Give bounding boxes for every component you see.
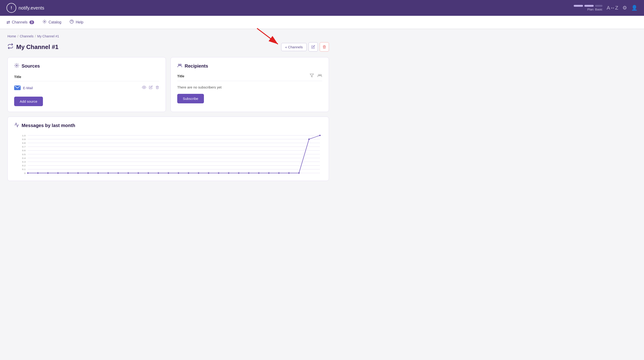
main-nav: ⇄ Channels 3 Catalog Help [0, 16, 644, 29]
breadcrumb-current: My Channel #1 [37, 34, 59, 38]
view-source-icon[interactable] [142, 86, 146, 90]
nav-help-label: Help [76, 20, 83, 24]
cards-row: Sources Title E-Mail [8, 57, 329, 112]
svg-text:0.9: 0.9 [22, 138, 26, 140]
svg-point-40 [77, 172, 79, 173]
recipients-filter-icons [310, 73, 322, 79]
nav-channels[interactable]: ⇄ Channels 3 [6, 19, 34, 26]
svg-point-41 [88, 172, 89, 173]
svg-point-58 [258, 172, 260, 173]
plan-bar-2 [584, 5, 594, 7]
back-to-channels-button[interactable]: « Channels [281, 43, 307, 51]
channel-icon [8, 43, 14, 51]
svg-point-55 [228, 172, 230, 173]
email-source-icon [14, 85, 21, 90]
svg-text:0.5: 0.5 [22, 153, 26, 156]
svg-point-39 [67, 172, 69, 173]
svg-text:0.3: 0.3 [22, 160, 26, 163]
plan-label: Plan: Basic [588, 8, 602, 11]
delete-channel-button[interactable] [320, 42, 329, 52]
settings-icon[interactable]: ⚙ [622, 5, 627, 11]
edit-source-icon[interactable] [149, 85, 153, 90]
recipients-icon [177, 63, 182, 69]
logo-area: ! notify.events [6, 3, 44, 13]
svg-point-62 [298, 172, 300, 173]
svg-text:0.6: 0.6 [22, 149, 26, 152]
chart-svg: 1.0 0.9 0.8 0.7 0.6 0.5 0.4 0.3 0.2 0.1 … [14, 133, 322, 175]
source-label: E-Mail [23, 86, 33, 90]
svg-point-64 [319, 135, 320, 136]
breadcrumb-home[interactable]: Home [8, 34, 16, 38]
nav-help[interactable]: Help [70, 19, 83, 26]
breadcrumb-channels[interactable]: Channels [20, 34, 34, 38]
svg-text:0.7: 0.7 [22, 146, 26, 148]
sources-table-header: Title [14, 73, 159, 81]
add-source-button[interactable]: Add source [14, 97, 43, 106]
edit-channel-button[interactable] [308, 42, 318, 52]
app-header: ! notify.events Plan: Basic A↔Z ⚙ 👤 [0, 0, 644, 16]
svg-point-36 [37, 172, 38, 173]
plan-area: Plan: Basic [574, 5, 602, 11]
group-icon[interactable] [317, 73, 322, 79]
profile-icon[interactable]: 👤 [631, 5, 638, 11]
breadcrumb-sep-1: / [18, 34, 18, 38]
svg-text:1.0: 1.0 [22, 134, 26, 137]
page-title-row: My Channel #1 « Channels [8, 42, 329, 52]
svg-point-44 [118, 172, 119, 173]
svg-point-52 [198, 172, 199, 173]
svg-point-49 [168, 172, 169, 173]
breadcrumb: Home / Channels / My Channel #1 [8, 34, 329, 38]
title-actions: « Channels [281, 42, 329, 52]
channels-badge: 3 [30, 21, 34, 24]
svg-point-54 [218, 172, 219, 173]
svg-point-46 [138, 172, 139, 173]
chart-card: Messages by last month 1.0 0.9 0.8 [8, 117, 329, 181]
svg-text:0.4: 0.4 [22, 157, 26, 159]
sources-title: Sources [14, 63, 159, 69]
plan-bar-3 [595, 5, 602, 7]
svg-point-57 [248, 172, 250, 173]
svg-text:0.8: 0.8 [22, 142, 26, 144]
svg-point-47 [148, 172, 149, 173]
filter-icon[interactable] [310, 73, 314, 79]
delete-source-icon[interactable] [156, 85, 159, 90]
page-title: My Channel #1 [8, 43, 58, 51]
svg-point-53 [208, 172, 209, 173]
sources-icon [14, 63, 19, 69]
source-row-email: E-Mail [14, 84, 159, 92]
source-name-email: E-Mail [14, 85, 33, 90]
channel-title: My Channel #1 [16, 43, 58, 51]
logo-char: ! [11, 6, 12, 11]
recipients-title: Recipients [177, 63, 322, 69]
breadcrumb-sep-2: / [35, 34, 36, 38]
nav-catalog-label: Catalog [48, 20, 61, 24]
main-content: Home / Channels / My Channel #1 My Chann… [0, 29, 336, 191]
svg-point-59 [268, 172, 270, 173]
help-icon [70, 20, 74, 25]
header-right: Plan: Basic A↔Z ⚙ 👤 [574, 5, 638, 11]
svg-marker-10 [310, 74, 314, 77]
svg-text:0.1: 0.1 [22, 168, 26, 171]
svg-point-61 [288, 172, 290, 173]
plan-bar-1 [574, 5, 583, 7]
nav-catalog[interactable]: Catalog [42, 19, 61, 26]
subscribe-button[interactable]: Subscribe [177, 94, 204, 103]
chart-area: 1.0 0.9 0.8 0.7 0.6 0.5 0.4 0.3 0.2 0.1 … [14, 133, 322, 175]
svg-point-7 [144, 87, 145, 88]
recipients-card: Recipients Title [170, 57, 329, 112]
no-subscribers-text: There are no subscribers yet [177, 83, 322, 94]
svg-point-60 [278, 172, 280, 173]
channels-icon: ⇄ [6, 20, 10, 25]
chart-title: Messages by last month [14, 122, 322, 129]
svg-point-38 [57, 172, 59, 173]
svg-point-63 [308, 139, 310, 140]
app-name: notify.events [18, 5, 44, 11]
language-button[interactable]: A↔Z [607, 5, 618, 11]
chart-icon [14, 122, 19, 129]
svg-point-45 [128, 172, 129, 173]
catalog-icon [42, 20, 47, 25]
svg-point-35 [27, 172, 28, 173]
svg-point-9 [180, 64, 182, 66]
recipients-table-header-row: Title [177, 73, 322, 81]
svg-text:0.2: 0.2 [22, 164, 26, 167]
